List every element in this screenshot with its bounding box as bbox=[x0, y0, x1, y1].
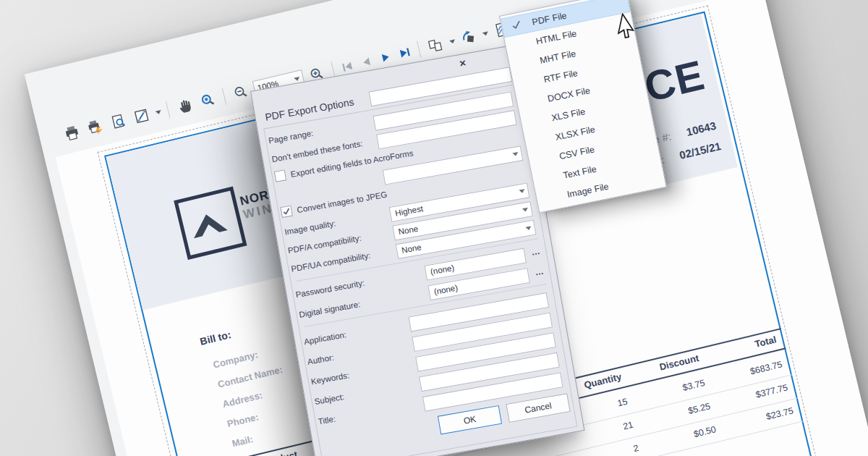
subject-label: Subject: bbox=[314, 392, 345, 406]
menu-item-label: MHT File bbox=[539, 48, 576, 66]
hand-tool-button[interactable] bbox=[172, 93, 197, 118]
menu-item-label: Image File bbox=[566, 181, 610, 199]
quick-print-icon bbox=[85, 118, 105, 138]
print-button[interactable] bbox=[60, 121, 85, 145]
pdfa-compatibility-value: None bbox=[398, 224, 419, 237]
zoom-to-fit-dropdown-caret[interactable] bbox=[156, 109, 162, 114]
menu-item-label: PDF File bbox=[531, 10, 567, 27]
menu-item-label: CSV File bbox=[558, 144, 595, 161]
toolbar-separator bbox=[222, 88, 227, 105]
author-label: Author: bbox=[307, 353, 335, 366]
menu-item-label: RTF File bbox=[542, 68, 579, 85]
multiple-pages-button[interactable] bbox=[423, 33, 448, 58]
print-icon bbox=[62, 123, 82, 143]
zoom-out-icon bbox=[231, 83, 251, 102]
image-quality-value: Highest bbox=[394, 204, 423, 218]
chevron-down-icon bbox=[512, 152, 519, 156]
zoom-to-fit-button[interactable] bbox=[129, 104, 154, 128]
check-icon bbox=[511, 19, 523, 31]
rotate-icon bbox=[459, 28, 479, 48]
magnifier-button[interactable] bbox=[195, 88, 220, 113]
menu-item-label: Text File bbox=[562, 164, 597, 180]
hand-tool-icon bbox=[175, 96, 195, 116]
zoom-out-button[interactable] bbox=[229, 80, 253, 105]
toolbar-separator bbox=[417, 41, 422, 58]
convert-jpeg-checkbox[interactable] bbox=[280, 206, 292, 218]
acroforms-checkbox[interactable] bbox=[274, 169, 286, 182]
mountain-chevron-icon bbox=[183, 202, 235, 241]
multiple-pages-icon bbox=[426, 36, 446, 56]
scene: 100% bbox=[0, 0, 868, 456]
page-setup-icon bbox=[109, 112, 128, 132]
previous-page-icon bbox=[358, 54, 375, 71]
last-page-icon bbox=[396, 44, 413, 62]
rotate-button[interactable] bbox=[456, 25, 481, 50]
dialog-close-button[interactable]: × bbox=[455, 55, 470, 70]
quick-print-button[interactable] bbox=[83, 115, 108, 140]
multiple-pages-caret[interactable] bbox=[449, 39, 456, 44]
magnifier-icon bbox=[198, 90, 218, 110]
zoom-percent-caret bbox=[294, 76, 300, 81]
menu-item-label: XLS File bbox=[550, 106, 586, 123]
chevron-down-icon bbox=[522, 208, 529, 212]
rotate-caret[interactable] bbox=[482, 31, 489, 36]
last-page-button[interactable] bbox=[394, 41, 414, 64]
pdfua-compatibility-value: None bbox=[401, 242, 422, 255]
next-page-icon bbox=[377, 48, 394, 66]
invoice-number-value: 10643 bbox=[685, 119, 718, 138]
password-security-browse-button[interactable]: … bbox=[528, 245, 543, 261]
title-field-label: Title: bbox=[318, 414, 336, 426]
chevron-down-icon bbox=[519, 189, 525, 193]
chevron-down-icon bbox=[525, 226, 532, 230]
digital-signature-browse-button[interactable]: … bbox=[532, 266, 547, 281]
toolbar-separator bbox=[166, 101, 171, 119]
check-icon bbox=[282, 207, 292, 216]
zoom-to-fit-icon bbox=[132, 106, 151, 126]
page-setup-button[interactable] bbox=[106, 109, 131, 134]
